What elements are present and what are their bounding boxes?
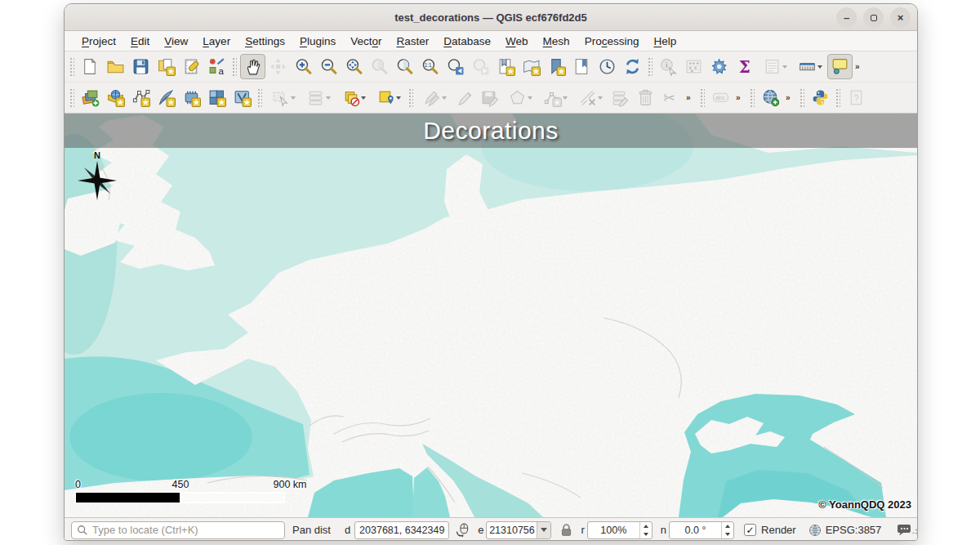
processing-toolbox-button[interactable] [706, 54, 732, 79]
toolbar-grip[interactable] [69, 56, 74, 78]
scale-combo[interactable]: 21310756 [486, 521, 551, 539]
toolbar-overflow-button[interactable]: » [853, 54, 866, 79]
render-checkbox[interactable]: ✓ [744, 524, 756, 536]
messages-button[interactable] [896, 523, 912, 537]
magnifier-spin-arrows[interactable] [639, 522, 652, 538]
select-features-button[interactable] [265, 85, 301, 110]
menu-view[interactable]: View [157, 34, 195, 49]
toggle-editing-button[interactable] [452, 85, 477, 110]
zoom-out-button[interactable] [316, 54, 341, 79]
save-layer-edits-button[interactable] [477, 85, 502, 110]
style-manager-button[interactable]: a [204, 54, 229, 79]
delete-selected-button[interactable] [633, 85, 658, 110]
menu-mesh[interactable]: Mesh [536, 34, 577, 49]
zoom-full-extent-button[interactable] [341, 54, 367, 79]
add-mesh-layer-button[interactable] [229, 85, 255, 110]
pan-to-selection-button[interactable] [265, 54, 291, 79]
dropdown-arrow-icon[interactable] [291, 96, 296, 100]
add-vector-layer-button[interactable] [103, 85, 128, 110]
identify-features-button[interactable]: i [656, 54, 681, 79]
menu-web[interactable]: Web [498, 34, 536, 49]
crs-label[interactable]: EPSG:3857 [826, 524, 882, 536]
add-polygon-feature-button[interactable] [502, 85, 537, 110]
toolbar-grip[interactable] [647, 56, 653, 78]
menu-raster[interactable]: Raster [390, 34, 437, 49]
new-spatial-bookmark-button[interactable] [544, 54, 569, 79]
dropdown-arrow-icon[interactable] [361, 96, 366, 100]
zoom-to-layer-button[interactable] [392, 54, 417, 79]
new-print-layout-button[interactable] [154, 54, 179, 79]
pan-map-button[interactable] [240, 54, 265, 79]
minimize-button[interactable]: – [836, 7, 857, 28]
toolbar-grip[interactable] [799, 87, 804, 109]
python-console-button[interactable] [808, 85, 833, 110]
select-by-form-button[interactable] [301, 85, 336, 110]
dropdown-arrow-icon[interactable] [817, 65, 822, 69]
delete-ring-button[interactable] [572, 85, 608, 110]
bookmark-manager-button[interactable] [569, 54, 595, 79]
coordinate-box[interactable]: 2037681, 6342349 [354, 521, 449, 539]
dropdown-arrow-icon[interactable] [782, 65, 787, 69]
title-bar[interactable]: test_decorations — QGIS ecf676fd2d5 – × [65, 4, 917, 31]
menu-layer[interactable]: Layer [195, 34, 238, 49]
resize-grip[interactable] [912, 525, 918, 534]
dropdown-arrow-icon[interactable] [563, 96, 568, 100]
menu-project[interactable]: Project [74, 34, 123, 49]
toolbar-grip[interactable] [408, 87, 413, 109]
dropdown-arrow-icon[interactable] [528, 96, 532, 100]
toolbar-overflow-button[interactable]: » [733, 85, 747, 110]
current-edits-button[interactable] [416, 85, 452, 110]
menu-processing[interactable]: Processing [577, 34, 647, 49]
toolbar-grip[interactable] [835, 87, 840, 109]
extents-toggle-button[interactable] [455, 522, 470, 538]
menu-vector[interactable]: Vector [343, 34, 389, 49]
project-new-button[interactable] [78, 54, 103, 79]
add-geopackage-layer-button[interactable] [154, 85, 179, 110]
rotation-spin-arrows[interactable] [721, 522, 733, 538]
menu-plugins[interactable]: Plugins [292, 34, 343, 49]
project-save-button[interactable] [128, 54, 154, 79]
layer-labeling-button[interactable]: abc [708, 85, 733, 110]
dropdown-arrow-icon[interactable] [442, 96, 447, 100]
show-spatial-bookmarks-button[interactable] [519, 54, 544, 79]
rotation-spinbox[interactable]: 0.0 ° [669, 521, 734, 539]
zoom-last-button[interactable] [443, 54, 468, 79]
dropdown-arrow-icon[interactable] [396, 96, 401, 100]
crs-status-button[interactable] [808, 524, 822, 537]
temporal-controller-button[interactable] [595, 54, 620, 79]
zoom-to-selection-button[interactable] [367, 54, 392, 79]
data-source-manager-button[interactable] [78, 85, 103, 110]
measure-button[interactable] [792, 54, 827, 79]
scale-dropdown-arrow[interactable] [537, 522, 550, 538]
toolbar-overflow-button[interactable]: » [783, 85, 797, 110]
new-map-view-button[interactable] [493, 54, 519, 79]
magnifier-spinbox[interactable]: 100% [587, 521, 653, 539]
zoom-next-button[interactable] [468, 54, 493, 79]
dropdown-arrow-icon[interactable] [326, 96, 331, 100]
help-contents-button[interactable]: ? [844, 85, 869, 110]
deselect-all-button[interactable] [336, 85, 371, 110]
toolbar-grip[interactable] [256, 87, 262, 109]
menu-help[interactable]: Help [646, 34, 684, 49]
attribute-table-menu-button[interactable] [757, 54, 792, 79]
metasearch-button[interactable] [758, 85, 783, 110]
statistical-summary-button[interactable]: Σ [732, 54, 757, 79]
modify-attributes-button[interactable] [608, 85, 633, 110]
select-by-value-button[interactable] [371, 85, 406, 110]
locator-input[interactable]: Type to locate (Ctrl+K) [71, 521, 285, 539]
dropdown-arrow-icon[interactable] [598, 96, 603, 100]
add-raster-layer-button[interactable] [204, 85, 229, 110]
zoom-in-button[interactable] [291, 54, 316, 79]
lock-scale-button[interactable] [559, 523, 573, 537]
open-attribute-table-button[interactable] [681, 54, 706, 79]
menu-settings[interactable]: Settings [238, 34, 292, 49]
menu-edit[interactable]: Edit [123, 34, 157, 49]
cut-features-button[interactable]: ✂ [658, 85, 684, 110]
toolbar-grip[interactable] [699, 87, 705, 109]
project-open-button[interactable] [103, 54, 128, 79]
toolbar-overflow-button[interactable]: » [684, 85, 697, 110]
add-postgis-layer-button[interactable] [179, 85, 204, 110]
menu-database[interactable]: Database [436, 34, 498, 49]
toolbar-grip[interactable] [69, 87, 74, 109]
maximize-button[interactable] [863, 7, 884, 28]
